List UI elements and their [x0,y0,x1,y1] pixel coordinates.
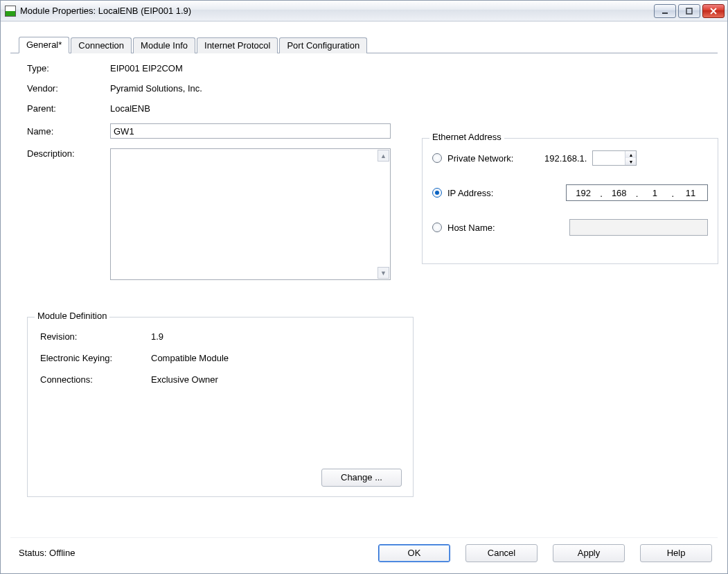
private-network-label: Private Network: [447,153,544,164]
minimize-icon [662,8,668,15]
connections-label: Connections: [40,374,151,385]
spinner-up-button[interactable]: ▲ [625,151,636,158]
type-label: Type: [27,63,110,73]
vendor-value: Pyramid Solutions, Inc. [110,83,202,94]
tab-internet-protocol[interactable]: Internet Protocol [197,37,278,53]
radio-host-name[interactable] [432,223,442,232]
tab-module-info[interactable]: Module Info [133,37,195,53]
description-scrollbar: ▲ ▼ [378,150,389,279]
connections-value: Exclusive Owner [151,374,218,385]
radio-private-network[interactable] [432,153,442,163]
vendor-label: Vendor: [27,83,110,94]
type-value: EIP001 EIP2COM [110,63,183,73]
spinner-down-button[interactable]: ▼ [625,158,636,165]
tab-strip: General* Connection Module Info Internet… [10,35,718,53]
private-network-spinner: ▲ ▼ [592,150,637,166]
tab-body: Type: EIP001 EIP2COM Vendor: Pyramid Sol… [10,53,718,537]
close-button[interactable] [702,4,725,18]
change-button[interactable]: Change ... [321,469,402,487]
radio-ip-address[interactable] [432,188,442,198]
name-input[interactable] [110,123,391,139]
ip-octet-4[interactable] [674,185,707,200]
dialog-footer: Status: Offline OK Cancel Apply Help [10,537,718,568]
help-button[interactable]: Help [640,544,712,562]
client-area: General* Connection Module Info Internet… [1,21,727,573]
ethernet-address-legend: Ethernet Address [429,132,504,142]
apply-button[interactable]: Apply [553,544,625,562]
ip-address-field: . . . [566,184,708,201]
cancel-button[interactable]: Cancel [465,544,538,562]
description-textarea[interactable] [111,149,378,279]
app-icon [5,6,16,17]
tab-port-configuration[interactable]: Port Configuration [279,37,367,53]
scroll-down-button[interactable]: ▼ [378,267,389,279]
svg-rect-1 [686,8,692,14]
private-network-octet-input[interactable] [593,151,625,165]
tab-general[interactable]: General* [19,37,69,53]
description-field-wrap: ▲ ▼ [110,148,391,280]
svg-rect-0 [662,12,668,14]
ethernet-address-group: Ethernet Address Private Network: 192.16… [422,138,718,264]
host-name-label: Host Name: [447,223,544,233]
parent-value: LocalENB [110,103,150,114]
revision-label: Revision: [40,331,151,342]
titlebar: Module Properties: LocalENB (EIP001 1.9) [1,1,727,21]
name-label: Name: [27,126,110,137]
ok-button[interactable]: OK [378,544,450,562]
private-network-prefix: 192.168.1. [544,153,587,164]
general-info: Type: EIP001 EIP2COM Vendor: Pyramid Sol… [27,63,415,290]
maximize-button[interactable] [678,4,700,18]
description-label: Description: [27,148,110,159]
minimize-button[interactable] [654,4,676,18]
window-title: Module Properties: LocalENB (EIP001 1.9) [20,6,654,16]
ip-octet-3[interactable] [638,185,671,200]
host-name-input[interactable] [569,219,708,236]
maximize-icon [686,8,693,15]
window-buttons [654,4,725,18]
status-text: Status: Offline [16,548,363,558]
module-definition-group: Module Definition Revision: 1.9 Electron… [27,317,414,497]
ip-address-label: IP Address: [447,188,544,198]
parent-label: Parent: [27,103,110,114]
module-properties-window: Module Properties: LocalENB (EIP001 1.9)… [0,0,728,574]
revision-value: 1.9 [151,331,163,342]
close-icon [710,8,717,15]
scroll-up-button[interactable]: ▲ [378,150,389,162]
electronic-keying-label: Electronic Keying: [40,353,151,363]
electronic-keying-value: Compatible Module [151,353,229,363]
ip-octet-2[interactable] [603,185,636,200]
module-definition-legend: Module Definition [35,311,109,321]
ip-octet-1[interactable] [567,185,600,200]
tab-connection[interactable]: Connection [71,37,132,53]
